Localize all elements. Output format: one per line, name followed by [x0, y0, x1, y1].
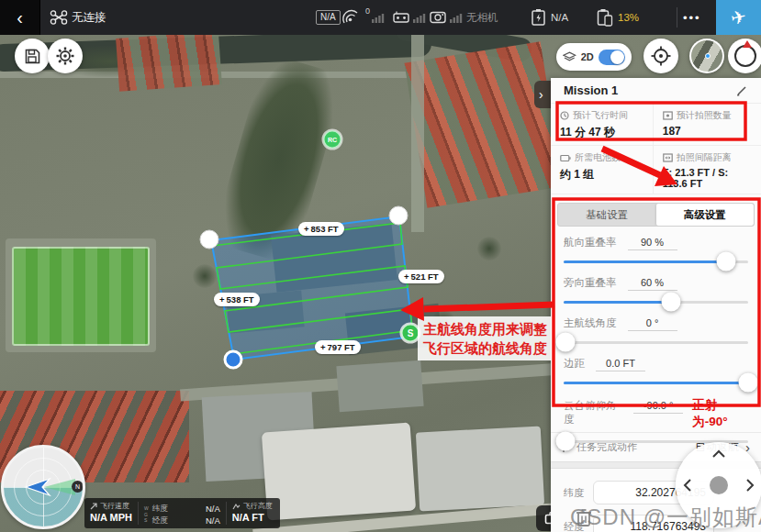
slider-value-field[interactable]: 90 %	[628, 237, 677, 250]
gps-mode-badge: N/A	[316, 10, 341, 25]
camera-icon	[430, 10, 446, 24]
slider-label: 云台俯仰角度	[564, 399, 622, 427]
map-building-gray	[416, 427, 544, 512]
nudge-right-button[interactable]	[745, 478, 755, 493]
annotation-gimbal-note: 正射为-90°	[692, 397, 748, 430]
airplane-icon: ✈	[729, 6, 748, 30]
route-angle-slider[interactable]	[564, 333, 748, 353]
slider-label: 边距	[564, 357, 585, 371]
slider-handle[interactable]	[556, 432, 576, 451]
map-red-roofs-topleft	[116, 35, 222, 92]
slider-handle[interactable]	[661, 293, 680, 312]
battery-icon	[560, 154, 571, 162]
mission-title: Mission 1	[564, 83, 618, 97]
nudge-left-button[interactable]	[683, 478, 692, 493]
more-menu-button[interactable]: •••	[683, 0, 701, 35]
slider-row-front-overlap: 航向重叠率 90 %	[551, 230, 761, 271]
mission-settings-button[interactable]	[48, 39, 83, 73]
aircraft-heading-arrow	[24, 476, 51, 498]
telemetry-bar: 飞行速度 N/A MPH WGS 纬度N/A 经度N/A 飞行高度 N/A FT	[84, 498, 280, 528]
back-button[interactable]: ‹	[0, 0, 40, 35]
edge-distance-label: +521 FT	[398, 270, 444, 283]
stat-flight-time: 预计飞行时间 11 分 47 秒	[551, 104, 654, 146]
edge-distance-label: +853 FT	[298, 222, 344, 236]
connection-status: 无连接	[72, 0, 106, 35]
save-mission-button[interactable]	[15, 39, 50, 73]
telemetry-gps: WGS 纬度N/A 经度N/A	[139, 498, 226, 528]
telemetry-altitude: 飞行高度 N/A FT	[227, 498, 278, 528]
edge-distance-label: +538 FT	[214, 293, 260, 306]
settings-tabs: 基础设置 高级设置	[557, 203, 755, 227]
slider-handle[interactable]	[716, 252, 735, 272]
telemetry-speed: 飞行速度 N/A MPH	[84, 498, 138, 528]
plus-icon: +	[320, 342, 326, 352]
stat-battery-count: 所需电池数 约 1 组	[551, 146, 654, 194]
watermark-text: CSDN @一别如斯AA	[570, 503, 761, 532]
camera-status: 无相机	[466, 0, 498, 35]
rc-battery-value: 13%	[618, 0, 639, 35]
slider-value-field[interactable]: 0 °	[628, 317, 677, 331]
remote-controller-icon	[393, 10, 409, 24]
map-building-white	[262, 422, 416, 520]
aircraft-battery-icon	[531, 8, 546, 27]
altitude-icon	[232, 503, 241, 510]
top-status-bar: ‹ 无连接 N/A 0	[0, 0, 761, 35]
plus-icon: +	[219, 294, 225, 305]
slider-value-field[interactable]: 60 %	[628, 277, 677, 291]
slider-label: 航向重叠率	[564, 236, 617, 249]
slider-label: 主航线角度	[564, 316, 617, 330]
map-tree	[477, 237, 501, 260]
latitude-label: 纬度	[564, 486, 593, 500]
rc-battery-icon	[597, 8, 613, 27]
plus-icon: +	[404, 272, 409, 282]
north-triangle	[743, 40, 752, 48]
slider-row-route-angle: 主航线角度 0 °	[551, 311, 761, 351]
map-red-roofs-topright	[404, 41, 563, 207]
aircraft-battery-value: N/A	[551, 0, 568, 35]
photo-icon	[663, 111, 673, 120]
switch-knob	[610, 50, 624, 64]
map-building	[336, 360, 423, 412]
locate-button[interactable]	[643, 39, 678, 73]
slider-value-field[interactable]: 0.0 FT	[596, 358, 645, 371]
drone-icon	[50, 9, 68, 26]
back-chevron-icon: ‹	[17, 7, 23, 28]
minimap-button[interactable]	[689, 39, 724, 73]
crosshair-icon	[650, 45, 672, 67]
slider-row-gimbal-pitch: 云台俯仰角度 -90.0 ° 正射为-90°	[551, 392, 761, 432]
slider-value-field[interactable]: -90.0 °	[633, 400, 683, 414]
mission-stats: 预计飞行时间 11 分 47 秒 预计拍照数量 187 所需	[551, 104, 761, 194]
map-mode-toggle[interactable]: 2D	[556, 43, 632, 71]
map-2d-switch[interactable]	[599, 50, 625, 65]
minimap-thumbnail	[691, 40, 722, 72]
advanced-settings-section: 航向重叠率 90 % 旁向重叠率 60 %	[551, 230, 761, 432]
tab-basic-settings[interactable]: 基础设置	[558, 204, 656, 226]
compass-orientation-button[interactable]	[728, 39, 761, 73]
slider-row-side-overlap: 旁向重叠率 60 %	[551, 271, 761, 311]
signal-bars-icon	[450, 13, 463, 23]
nudge-center-button[interactable]	[710, 476, 728, 494]
map-tree	[193, 264, 217, 288]
speed-arrow-icon	[90, 503, 97, 510]
stat-photo-interval: 拍照间隔距离 F: 21.3 FT / S: 113.6 FT	[654, 146, 761, 194]
nudge-up-button[interactable]	[711, 449, 726, 459]
clock-icon	[560, 111, 569, 120]
satellite-icon	[341, 9, 361, 26]
slider-handle[interactable]	[556, 333, 576, 352]
layers-icon	[563, 51, 576, 63]
signal-bars-icon	[413, 13, 426, 23]
map-road-vertical	[411, 35, 424, 232]
compass-icon	[734, 45, 756, 67]
signal-bars-icon	[372, 13, 385, 23]
wgs-label: WGS	[144, 501, 149, 528]
annotation-note-box: 主航线角度用来调整 飞行区域的航线角度	[418, 316, 554, 360]
margin-slider[interactable]	[564, 373, 748, 393]
side-overlap-slider[interactable]	[564, 293, 748, 313]
tab-advanced-settings[interactable]: 高级设置	[656, 204, 755, 226]
slider-handle[interactable]	[739, 373, 758, 393]
takeoff-button[interactable]: ✈	[716, 0, 761, 35]
minimap-location-dot	[705, 53, 711, 59]
front-overlap-slider[interactable]	[564, 252, 748, 272]
save-icon	[24, 48, 41, 65]
edit-pencil-icon[interactable]	[735, 84, 748, 97]
